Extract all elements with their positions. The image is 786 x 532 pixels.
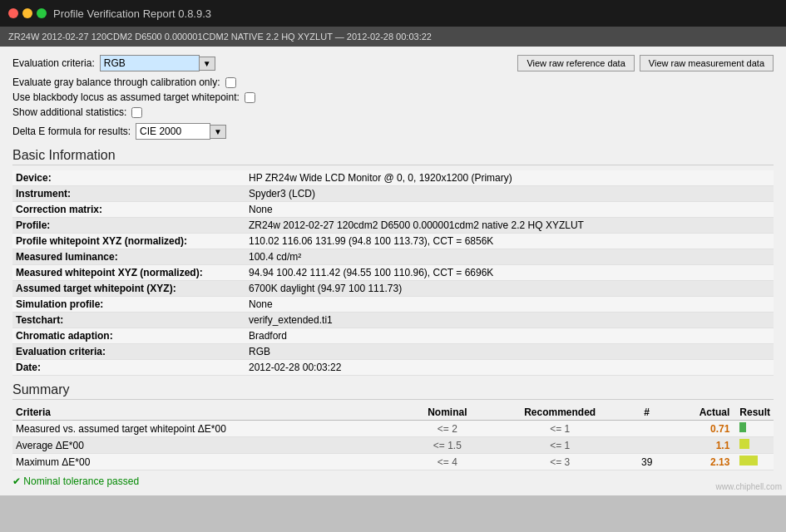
actual-cell: 2.13 [663,454,736,470]
table-row: Device:HP ZR24w Wide LCD Monitor @ 0, 0,… [12,170,774,186]
profile-path: ZR24W 2012-02-27 120CDM2 D6500 0.000001C… [8,32,432,42]
window-title: Profile Verification Report 0.8.9.3 [53,7,211,20]
row-label: Assumed target whitepoint (XYZ): [12,281,245,297]
nominal-cell: <= 4 [406,454,489,470]
row-value: Bradford [245,328,774,344]
result-bar [739,456,758,466]
table-row: Simulation profile:None [12,297,774,313]
nominal-cell: <= 1.5 [406,437,489,454]
row-value: 2012-02-28 00:03:22 [245,360,774,376]
main-window: ZR24W 2012-02-27 120CDM2 D6500 0.000001C… [0,27,786,495]
statistics-checkbox[interactable] [131,107,142,118]
row-value: ZR24w 2012-02-27 120cdm2 D6500 0.000001c… [245,218,774,234]
row-value: None [245,202,774,218]
window-controls [8,8,47,18]
row-label: Instrument: [12,186,245,202]
row-label: Evaluation criteria: [12,344,245,360]
count-cell: 39 [630,454,663,470]
header-bar: ZR24W 2012-02-27 120CDM2 D6500 0.000001C… [0,27,786,47]
table-row: Testchart:verify_extended.ti1 [12,313,774,328]
row-label: Device: [12,170,245,186]
statistics-row: Show additional statistics: [12,106,774,118]
row-value: Spyder3 (LCD) [245,186,774,202]
col-criteria: Criteria [12,405,406,421]
result-cell [736,421,774,437]
evaluation-select-wrapper: ▼ [100,55,215,71]
row-value: HP ZR24w Wide LCD Monitor @ 0, 0, 1920x1… [245,170,774,186]
row-label: Testchart: [12,313,245,328]
recommended-cell: <= 3 [489,454,630,470]
table-row: Instrument:Spyder3 (LCD) [12,186,774,202]
gray-balance-label: Evaluate gray balance through calibratio… [12,76,220,88]
table-row: Chromatic adaption:Bradford [12,328,774,344]
row-label: Correction matrix: [12,202,245,218]
table-row: Date:2012-02-28 00:03:22 [12,360,774,376]
nominal-passed-label: ✔ Nominal tolerance passed [12,475,774,487]
basic-info-heading: Basic Information [12,148,774,165]
content-area: Evaluation criteria: ▼ View raw referenc… [0,47,786,495]
gray-balance-row: Evaluate gray balance through calibratio… [12,76,774,88]
row-label: Profile whitepoint XYZ (normalized): [12,234,245,249]
summary-heading: Summary [12,382,774,400]
result-cell [736,454,774,470]
title-bar: Profile Verification Report 0.8.9.3 [0,0,786,27]
watermark: www.chiphell.com [716,482,782,491]
blackbody-label: Use blackbody locus as assumed target wh… [12,91,240,103]
recommended-cell: <= 1 [489,437,630,454]
summary-row: Maximum ΔE*00<= 4<= 3392.13 [12,454,774,470]
nominal-cell: <= 2 [406,421,489,437]
row-value: 110.02 116.06 131.99 (94.8 100 113.73), … [245,234,774,249]
evaluation-row: Evaluation criteria: ▼ View raw referenc… [12,55,774,71]
view-raw-reference-button[interactable]: View raw reference data [517,55,634,71]
table-row: Correction matrix:None [12,202,774,218]
minimize-button[interactable] [22,8,32,18]
count-cell [630,437,663,454]
row-label: Date: [12,360,245,376]
delta-row: Delta E formula for results: ▼ [12,123,774,140]
delta-select-wrapper: ▼ [136,123,226,140]
result-cell [736,437,774,454]
criteria-cell: Maximum ΔE*00 [12,454,406,470]
row-label: Measured luminance: [12,249,245,265]
summary-row: Measured vs. assumed target whitepoint Δ… [12,421,774,437]
recommended-cell: <= 1 [489,421,630,437]
evaluation-label: Evaluation criteria: [12,57,95,69]
blackbody-checkbox[interactable] [245,92,255,103]
row-value: verify_extended.ti1 [245,313,774,328]
table-row: Profile:ZR24w 2012-02-27 120cdm2 D6500 0… [12,218,774,234]
close-button[interactable] [8,8,18,18]
evaluation-dropdown-btn[interactable]: ▼ [200,57,215,71]
row-value: 100.4 cd/m² [245,249,774,265]
col-result: Result [736,405,774,421]
raw-data-buttons: View raw reference data View raw measure… [517,55,774,71]
summary-row: Average ΔE*00<= 1.5<= 11.1 [12,437,774,454]
criteria-cell: Measured vs. assumed target whitepoint Δ… [12,421,406,437]
criteria-cell: Average ΔE*00 [12,437,406,454]
delta-select[interactable] [136,123,210,140]
delta-dropdown-btn[interactable]: ▼ [210,125,226,139]
count-cell [630,421,663,437]
row-label: Chromatic adaption: [12,328,245,344]
actual-cell: 0.71 [663,421,736,437]
row-label: Simulation profile: [12,297,245,313]
row-label: Profile: [12,218,245,234]
row-label: Measured whitepoint XYZ (normalized): [12,265,245,281]
col-count: # [630,405,663,421]
table-row: Measured whitepoint XYZ (normalized):94.… [12,265,774,281]
row-value: RGB [245,344,774,360]
result-bar [739,422,746,432]
evaluation-input[interactable] [100,55,200,71]
table-row: Profile whitepoint XYZ (normalized):110.… [12,234,774,249]
gray-balance-checkbox[interactable] [225,77,236,88]
blackbody-row: Use blackbody locus as assumed target wh… [12,91,774,103]
row-value: 6700K daylight (94.97 100 111.73) [245,281,774,297]
delta-label: Delta E formula for results: [12,126,131,137]
summary-table: Criteria Nominal Recommended # Actual Re… [12,405,774,470]
row-value: None [245,297,774,313]
result-bar [739,439,749,449]
col-nominal: Nominal [406,405,489,421]
view-raw-measurement-button[interactable]: View raw measurement data [640,55,774,71]
maximize-button[interactable] [37,8,47,18]
table-row: Assumed target whitepoint (XYZ):6700K da… [12,281,774,297]
row-value: 94.94 100.42 111.42 (94.55 100 110.96), … [245,265,774,281]
